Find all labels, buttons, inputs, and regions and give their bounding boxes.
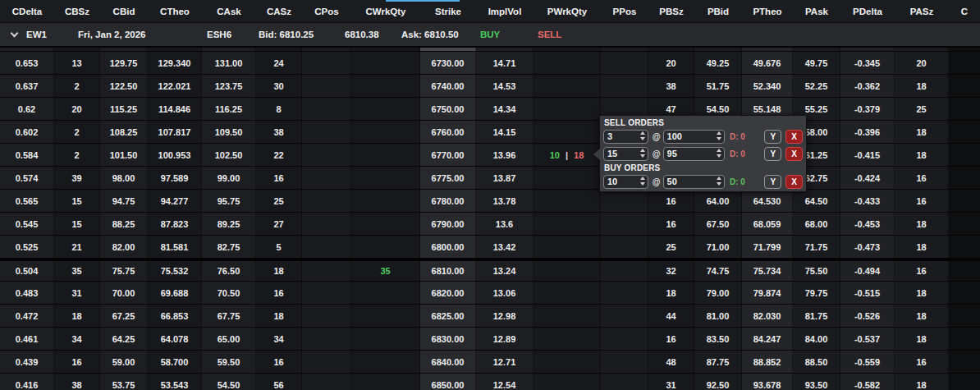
cell-cpos[interactable] [302,167,351,190]
cell-pbsz[interactable]: 16 [648,190,694,213]
column-header-cwrkqty[interactable]: CWrkQty [351,0,420,22]
cell-cdelta[interactable]: 0.483 [0,282,54,305]
cell-implvol[interactable]: 12.98 [476,305,534,328]
cell-cask[interactable]: 65.00 [202,328,256,351]
cell-ctheo[interactable]: 58.700 [148,351,202,374]
cell-cbid[interactable]: 115.25 [100,98,148,121]
cell-cwrkqty[interactable] [351,121,420,144]
cell-ppos[interactable] [601,75,648,98]
cell-cpos[interactable] [302,75,351,98]
cell-pask[interactable]: 71.75 [793,236,840,259]
cell-pasz[interactable]: 18 [895,144,949,167]
cell-ppos[interactable] [601,305,648,328]
cell-pwrkqty[interactable] [534,351,601,374]
cell-ptheo[interactable]: 88.852 [742,351,793,374]
cell-cbid[interactable]: 94.75 [100,190,148,213]
column-header-ptheo[interactable]: PTheo [742,0,793,22]
cell-strike[interactable]: 6775.00 [420,167,476,190]
cell-ptheo[interactable]: 68.059 [742,213,793,236]
cell-pwrkqty[interactable] [534,328,601,351]
spin-down-icon[interactable] [640,137,645,140]
cell-cask[interactable]: 67.75 [202,305,256,328]
cell-cdelta[interactable]: 0.472 [0,305,54,328]
column-header-cpos[interactable]: CPos [302,0,351,22]
column-header-pdelta[interactable]: PDelta [840,0,895,22]
spin-up-icon[interactable] [717,131,721,135]
cell-c[interactable] [949,213,980,236]
cell-cask[interactable]: 131.00 [202,52,256,75]
cell-cbsz[interactable]: 15 [54,190,100,213]
cell-pask[interactable]: 68.00 [793,213,840,236]
cell-ctheo[interactable]: 64.078 [148,328,202,351]
cell-pdelta[interactable]: -0.515 [840,282,895,305]
cell-ctheo[interactable]: 87.823 [148,213,202,236]
cell-cbsz[interactable]: 2 [54,75,100,98]
column-header-c[interactable]: C [949,0,980,22]
cell-pasz[interactable]: 18 [895,374,949,390]
price-input[interactable] [664,176,725,188]
cell-implvol[interactable]: 14.71 [476,52,534,75]
cell-casz[interactable]: 18 [256,261,302,282]
qty-spinner[interactable] [603,147,648,161]
cell-casz[interactable]: 38 [256,121,302,144]
cell-ppos[interactable] [601,351,648,374]
cell-c[interactable] [949,282,980,305]
cell-casz[interactable]: 22 [256,144,302,167]
cell-cbsz[interactable]: 34 [54,328,100,351]
confirm-order-button[interactable]: Y [764,147,781,161]
cell-cdelta[interactable]: 0.565 [0,190,54,213]
spinner-arrows[interactable] [717,177,721,186]
cell-cbid[interactable]: 64.25 [100,328,148,351]
cell-casz[interactable]: 16 [256,351,302,374]
column-header-cask[interactable]: CAsk [202,0,256,22]
cell-cbid[interactable]: 98.00 [100,167,148,190]
cell-ctheo[interactable]: 81.581 [148,236,202,259]
cell-ctheo[interactable]: 114.846 [148,98,202,121]
cancel-order-button[interactable]: X [785,147,803,161]
cell-strike[interactable]: 6770.00 [420,144,476,167]
cell-pdelta[interactable]: -0.473 [840,236,895,259]
column-header-pwrkqty[interactable]: PWrkQty [534,0,601,22]
cell-cbsz[interactable]: 15 [54,213,100,236]
cell-ctheo[interactable]: 122.021 [148,75,202,98]
cell-pask[interactable]: 79.75 [793,282,840,305]
expiry-group-name[interactable]: EW1 [26,30,47,39]
cell-strike[interactable]: 6760.00 [420,121,476,144]
cell-implvol[interactable]: 13.6 [476,213,534,236]
cell-strike[interactable]: 6830.00 [420,328,476,351]
cell-implvol[interactable]: 13.87 [476,167,534,190]
cell-pask[interactable]: 49.75 [793,52,840,75]
cell-pasz[interactable]: 16 [895,261,949,282]
spin-up-icon[interactable] [640,131,645,135]
cell-pwrkqty[interactable] [534,75,601,98]
cell-pasz[interactable]: 18 [895,305,949,328]
cell-c[interactable] [949,167,980,190]
cell-strike[interactable]: 6800.00 [420,236,476,259]
column-header-pask[interactable]: PAsk [793,0,840,22]
cell-pdelta[interactable]: -0.433 [840,190,895,213]
cell-cdelta[interactable]: 0.62 [0,98,54,121]
cell-cwrkqty[interactable]: 35 [351,261,420,282]
cell-cwrkqty[interactable] [351,213,420,236]
cell-cpos[interactable] [302,261,351,282]
cell-cdelta[interactable]: 0.439 [0,351,54,374]
cell-pbsz[interactable]: 25 [648,236,694,259]
cell-cask[interactable]: 54.50 [202,374,256,390]
cell-casz[interactable]: 16 [256,282,302,305]
cell-ptheo[interactable]: 79.874 [742,282,793,305]
cell-pasz[interactable]: 16 [895,190,949,213]
cell-ppos[interactable] [601,190,648,213]
cell-cpos[interactable] [302,190,351,213]
cell-c[interactable] [949,374,980,390]
cell-cbid[interactable]: 67.25 [100,305,148,328]
cell-cwrkqty[interactable] [351,144,420,167]
cell-ctheo[interactable]: 97.589 [148,167,202,190]
cell-pasz[interactable]: 18 [895,328,949,351]
spin-down-icon[interactable] [717,137,721,140]
cell-cbsz[interactable]: 39 [54,167,100,190]
cell-ctheo[interactable]: 100.953 [148,144,202,167]
cell-cwrkqty[interactable] [351,75,420,98]
cell-ptheo[interactable]: 64.530 [742,190,793,213]
column-header-casz[interactable]: CASz [256,0,302,22]
cell-ptheo[interactable]: 93.678 [742,374,793,390]
